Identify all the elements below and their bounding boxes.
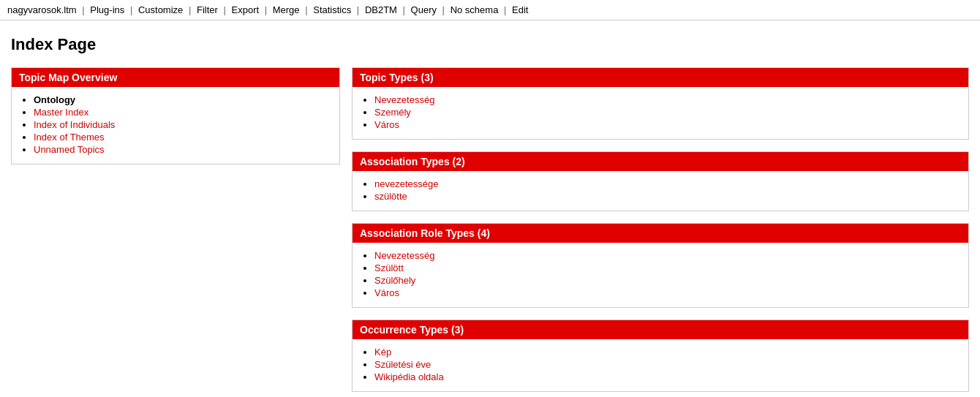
topic-type-link-2[interactable]: Város — [374, 119, 399, 130]
index-of-individuals-link[interactable]: Index of Individuals — [34, 119, 115, 130]
topbar-sep-0: | — [82, 4, 84, 15]
association-types-list: nevezetessége szülötte — [367, 178, 961, 202]
occurrence-types-header: Occurrence Types (3) — [353, 320, 968, 339]
topbar-link-query[interactable]: Query — [411, 4, 437, 15]
topic-types-body: Nevezetesség Személy Város — [353, 87, 968, 139]
topic-map-overview-list: Ontology Master Index Index of Individua… — [26, 94, 332, 155]
topbar-link-merge[interactable]: Merge — [273, 4, 300, 15]
list-item: Szülőhely — [374, 275, 961, 286]
association-role-types-body: Nevezetesség Szülött Szülőhely Város — [353, 243, 968, 307]
assoc-role-type-link-0[interactable]: Nevezetesség — [374, 250, 434, 261]
association-types-body: nevezetessége szülötte — [353, 171, 968, 211]
topic-type-link-1[interactable]: Személy — [374, 107, 411, 118]
list-item: Nevezetesség — [374, 94, 961, 105]
list-item: Master Index — [34, 107, 332, 118]
topbar-sep-3: | — [223, 4, 225, 15]
list-item: Kép — [374, 347, 961, 358]
topbar: nagyvarosok.ltm | Plug-ins | Customize |… — [0, 0, 980, 20]
list-item: Város — [374, 119, 961, 130]
topbar-link-filter[interactable]: Filter — [197, 4, 218, 15]
list-item: Index of Themes — [34, 132, 332, 143]
topbar-link-customize[interactable]: Customize — [138, 4, 183, 15]
ontology-label: Ontology — [34, 94, 75, 105]
association-role-types-list: Nevezetesség Szülött Szülőhely Város — [367, 250, 961, 298]
topbar-sep-6: | — [357, 4, 359, 15]
occurrence-type-link-2[interactable]: Wikipédia oldala — [374, 371, 444, 382]
topbar-sep-7: | — [403, 4, 405, 15]
list-item: Nevezetesség — [374, 250, 961, 261]
assoc-type-link-1[interactable]: szülötte — [374, 191, 407, 202]
topic-map-overview-box: Topic Map Overview Ontology Master Index… — [11, 67, 340, 165]
list-item: Wikipédia oldala — [374, 371, 961, 382]
topbar-sep-9: | — [504, 4, 506, 15]
topbar-sep-8: | — [442, 4, 445, 15]
topic-types-list: Nevezetesség Személy Város — [367, 94, 961, 130]
occurrence-type-link-0[interactable]: Kép — [374, 347, 391, 358]
page-title: Index Page — [11, 35, 969, 54]
topic-type-link-0[interactable]: Nevezetesség — [374, 94, 434, 105]
topbar-link-db2tm[interactable]: DB2TM — [365, 4, 397, 15]
topbar-link-statistics[interactable]: Statistics — [313, 4, 351, 15]
assoc-role-type-link-2[interactable]: Szülőhely — [374, 275, 415, 286]
master-index-link[interactable]: Master Index — [34, 107, 88, 118]
topic-types-box: Topic Types (3) Nevezetesség Személy Vár… — [352, 67, 969, 140]
topbar-link-edit[interactable]: Edit — [512, 4, 528, 15]
assoc-type-link-0[interactable]: nevezetessége — [374, 178, 438, 189]
topbar-filename[interactable]: nagyvarosok.ltm — [7, 4, 77, 15]
unnamed-topics-link[interactable]: Unnamed Topics — [34, 144, 105, 155]
list-item: Város — [374, 287, 961, 298]
association-types-box: Association Types (2) nevezetessége szül… — [352, 151, 969, 211]
occurrence-types-list: Kép Születési éve Wikipédia oldala — [367, 347, 961, 382]
topbar-link-no-schema[interactable]: No schema — [451, 4, 499, 15]
association-role-types-box: Association Role Types (4) Nevezetesség … — [352, 223, 969, 308]
occurrence-types-body: Kép Születési éve Wikipédia oldala — [353, 339, 968, 391]
assoc-role-type-link-3[interactable]: Város — [374, 287, 399, 298]
topbar-sep-1: | — [130, 4, 132, 15]
list-item: Születési éve — [374, 359, 961, 370]
association-types-header: Association Types (2) — [353, 152, 968, 171]
occurrence-types-box: Occurrence Types (3) Kép Születési éve W… — [352, 320, 969, 392]
list-item: Ontology — [34, 94, 332, 105]
list-item: Szülött — [374, 262, 961, 273]
main-content: Index Page Topic Map Overview Ontology M… — [0, 20, 980, 397]
list-item: szülötte — [374, 191, 961, 202]
right-column: Topic Types (3) Nevezetesség Személy Vár… — [352, 67, 969, 392]
assoc-role-type-link-1[interactable]: Szülött — [374, 262, 404, 273]
topic-map-overview-body: Ontology Master Index Index of Individua… — [12, 87, 339, 164]
list-item: Személy — [374, 107, 961, 118]
topic-types-header: Topic Types (3) — [353, 68, 968, 87]
topbar-link-plug-ins[interactable]: Plug-ins — [90, 4, 124, 15]
left-column: Topic Map Overview Ontology Master Index… — [11, 67, 340, 165]
topbar-sep-2: | — [189, 4, 191, 15]
list-item: nevezetessége — [374, 178, 961, 189]
list-item: Unnamed Topics — [34, 144, 332, 155]
topbar-sep-4: | — [265, 4, 267, 15]
topic-map-overview-header: Topic Map Overview — [12, 68, 339, 87]
index-of-themes-link[interactable]: Index of Themes — [34, 132, 105, 143]
two-column-layout: Topic Map Overview Ontology Master Index… — [11, 67, 969, 392]
list-item: Index of Individuals — [34, 119, 332, 130]
association-role-types-header: Association Role Types (4) — [353, 224, 968, 243]
occurrence-type-link-1[interactable]: Születési éve — [374, 359, 431, 370]
topbar-link-export[interactable]: Export — [232, 4, 260, 15]
topbar-sep-5: | — [305, 4, 307, 15]
